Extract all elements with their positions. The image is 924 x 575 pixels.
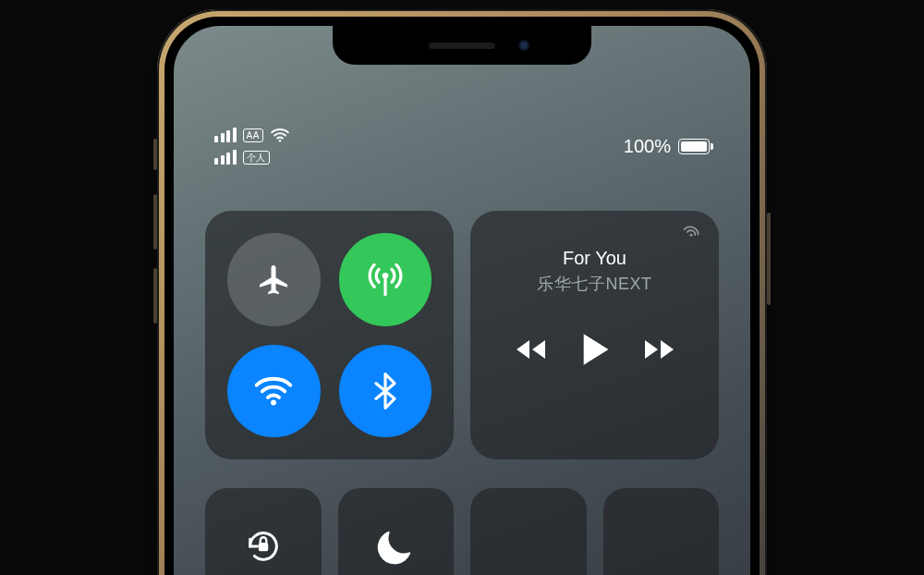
status-bar: AA [174,128,750,165]
antenna-icon [365,259,406,300]
phone-frame: AA [157,9,767,575]
media-module[interactable]: For You 乐华七子NEXT [470,211,719,459]
battery-status: 100% [624,128,710,165]
power-button [767,213,771,305]
cellular-bars-icon [214,128,237,142]
media-subtitle: 乐华七子NEXT [491,273,699,295]
front-camera [517,39,530,52]
forward-button[interactable] [641,336,678,362]
mute-switch [153,139,157,170]
screen: AA [174,26,750,575]
rotation-lock-icon [239,522,287,570]
bluetooth-toggle[interactable] [339,345,432,438]
cellular-data-toggle[interactable] [339,233,432,326]
play-button[interactable] [579,332,611,367]
control-center-row2 [205,488,719,575]
bluetooth-icon [373,373,397,410]
media-title: For You [491,248,699,269]
volume-slider[interactable] [603,488,720,575]
svg-point-4 [690,234,693,237]
rewind-button[interactable] [512,336,549,362]
sim2-label: 个人 [243,151,270,165]
do-not-disturb-toggle[interactable] [338,488,455,575]
volume-up-button [153,194,157,250]
sim2-row: 个人 [214,150,290,165]
orientation-lock-toggle[interactable] [205,488,322,575]
connectivity-module[interactable] [205,211,454,459]
control-center-row1: For You 乐华七子NEXT [205,211,719,459]
moon-icon [375,526,416,567]
media-controls [491,332,699,367]
volume-down-button [153,268,157,324]
wifi-toggle[interactable] [227,345,321,438]
wifi-icon [253,375,294,407]
brightness-slider[interactable] [470,488,587,575]
sim1-row: AA [214,128,290,142]
airplay-icon[interactable] [678,226,702,250]
phone-bezel: AA [164,17,760,575]
earpiece-speaker [429,43,495,49]
airplane-mode-toggle[interactable] [227,233,321,326]
svg-point-0 [279,140,281,141]
cellular-bars-icon [214,150,237,165]
svg-point-3 [271,399,276,405]
wifi-icon [270,128,290,142]
notch [333,26,591,65]
svg-rect-5 [259,543,268,551]
airplane-icon [255,261,292,298]
sim1-label: AA [243,128,263,142]
signal-info: AA [214,128,290,165]
battery-icon [678,139,710,154]
battery-percent: 100% [624,136,671,157]
